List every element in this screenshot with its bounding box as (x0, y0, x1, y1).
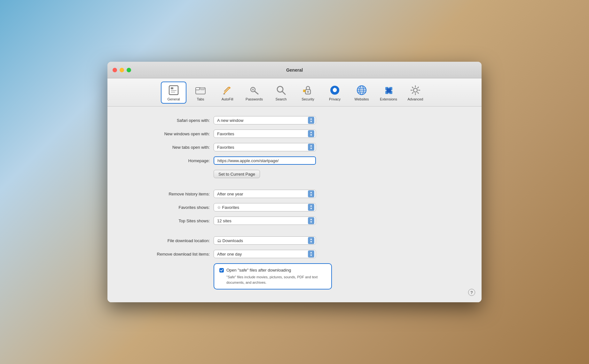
favorites-shows-row: Favorites shows: ☆ Favorites ▲ ▼ (120, 203, 469, 211)
window-controls (113, 68, 131, 72)
favorites-shows-select[interactable]: ☆ Favorites (214, 203, 316, 211)
security-label: Security (302, 97, 314, 101)
new-windows-row: New windows open with: Favorites ▲ ▼ (120, 130, 469, 138)
new-windows-select[interactable]: Favorites (214, 130, 316, 138)
set-current-page-row: Set to Current Page (120, 170, 469, 178)
svg-rect-1 (171, 87, 173, 89)
tab-security[interactable]: Security (295, 82, 321, 103)
svg-line-40 (412, 92, 413, 93)
new-tabs-select-wrapper: Favorites ▲ ▼ (214, 143, 316, 151)
svg-rect-5 (196, 88, 200, 90)
safari-opens-row: Safari opens with: A new window ▲ ▼ (120, 116, 469, 124)
svg-rect-3 (171, 92, 175, 92)
advanced-label: Advanced (408, 97, 423, 101)
new-tabs-row: New tabs open with: Favorites ▲ ▼ (120, 143, 469, 151)
new-windows-select-wrapper: Favorites ▲ ▼ (214, 130, 316, 138)
remove-history-row: Remove history items: After one year ▲ ▼ (120, 190, 469, 198)
file-download-label: File download location: (120, 238, 210, 243)
favorites-shows-label: Favorites shows: (120, 205, 210, 210)
remove-download-label: Remove download list items: (120, 252, 210, 257)
new-tabs-label: New tabs open with: (120, 145, 210, 150)
search-icon (275, 84, 287, 96)
svg-line-12 (255, 91, 258, 94)
set-current-page-button[interactable]: Set to Current Page (214, 170, 260, 178)
tab-search[interactable]: Search (268, 82, 294, 103)
svg-rect-2 (171, 90, 177, 91)
open-safe-files-row: Open "safe" files after downloading (219, 268, 326, 273)
top-sites-row: Top Sites shows: 12 sites ▲ ▼ (120, 217, 469, 225)
remove-history-label: Remove history items: (120, 192, 210, 196)
safari-opens-select-wrapper: A new window ▲ ▼ (214, 116, 316, 124)
autofill-label: AutoFill (222, 97, 233, 101)
remove-history-select-wrapper: After one year ▲ ▼ (214, 190, 316, 198)
svg-line-39 (418, 87, 419, 88)
settings-content: Safari opens with: A new window ▲ ▼ New … (107, 107, 482, 302)
tab-tabs[interactable]: Tabs (188, 82, 213, 103)
svg-point-32 (413, 88, 417, 92)
open-safe-files-description: "Safe" files include movies, pictures, s… (226, 274, 326, 285)
general-icon (168, 84, 180, 96)
safari-opens-select[interactable]: A new window (214, 116, 316, 124)
tab-privacy[interactable]: Privacy (322, 82, 348, 103)
tabs-icon (194, 84, 207, 96)
top-sites-select[interactable]: 12 sites (214, 217, 316, 225)
tab-autofill[interactable]: AutoFill (215, 82, 240, 103)
svg-rect-6 (200, 88, 204, 90)
file-download-row: File download location: 🗂 Downloads ▲ ▼ (120, 236, 469, 245)
spacer-2 (120, 230, 469, 236)
svg-rect-31 (387, 88, 391, 93)
passwords-icon (248, 84, 260, 96)
tab-extensions[interactable]: Extensions (376, 82, 401, 103)
close-button[interactable] (113, 68, 117, 72)
general-label: General (167, 97, 180, 101)
homepage-input[interactable] (214, 156, 316, 165)
favorites-shows-select-wrapper: ☆ Favorites ▲ ▼ (214, 203, 316, 211)
safari-preferences-window: General General Tabs (107, 62, 482, 302)
websites-label: Websites (354, 97, 369, 101)
maximize-button[interactable] (127, 68, 131, 72)
search-label: Search (276, 97, 287, 101)
passwords-label: Passwords (246, 97, 263, 101)
svg-point-13 (252, 89, 254, 91)
safari-opens-label: Safari opens with: (120, 118, 210, 123)
open-safe-files-section: Open "safe" files after downloading "Saf… (214, 263, 332, 289)
file-download-select-wrapper: 🗂 Downloads ▲ ▼ (214, 236, 316, 245)
security-icon (302, 84, 314, 96)
spacer-1 (120, 183, 469, 190)
remove-download-select-wrapper: After one day ▲ ▼ (214, 250, 316, 258)
new-tabs-select[interactable]: Favorites (214, 143, 316, 151)
remove-download-select[interactable]: After one day (214, 250, 316, 258)
tab-passwords[interactable]: Passwords (241, 82, 267, 103)
tab-websites[interactable]: Websites (349, 82, 374, 103)
svg-line-15 (282, 91, 285, 94)
privacy-icon (329, 84, 341, 96)
tabs-label: Tabs (197, 97, 204, 101)
minimize-button[interactable] (120, 68, 124, 72)
open-safe-files-label: Open "safe" files after downloading (226, 268, 291, 273)
remove-history-select[interactable]: After one year (214, 190, 316, 198)
homepage-label: Homepage: (120, 158, 210, 163)
advanced-icon (409, 84, 421, 96)
extensions-icon (382, 84, 395, 96)
top-sites-select-wrapper: 12 sites ▲ ▼ (214, 217, 316, 225)
autofill-icon (221, 84, 233, 96)
extensions-label: Extensions (380, 97, 397, 101)
privacy-label: Privacy (329, 97, 341, 101)
websites-icon (356, 84, 368, 96)
homepage-row: Homepage: (120, 156, 469, 165)
file-download-select[interactable]: 🗂 Downloads (214, 236, 316, 245)
tab-advanced[interactable]: Advanced (403, 82, 428, 103)
tab-general[interactable]: General (161, 82, 186, 104)
svg-line-38 (418, 92, 419, 93)
svg-line-37 (412, 87, 413, 88)
svg-rect-17 (307, 91, 309, 93)
toolbar: General Tabs AutoFill (107, 78, 482, 107)
open-safe-files-checkbox[interactable] (219, 268, 224, 273)
top-sites-label: Top Sites shows: (120, 218, 210, 223)
new-windows-label: New windows open with: (120, 131, 210, 136)
remove-download-row: Remove download list items: After one da… (120, 250, 469, 258)
window-title: General (286, 67, 303, 73)
help-button[interactable]: ? (468, 289, 475, 296)
titlebar: General (107, 62, 482, 78)
